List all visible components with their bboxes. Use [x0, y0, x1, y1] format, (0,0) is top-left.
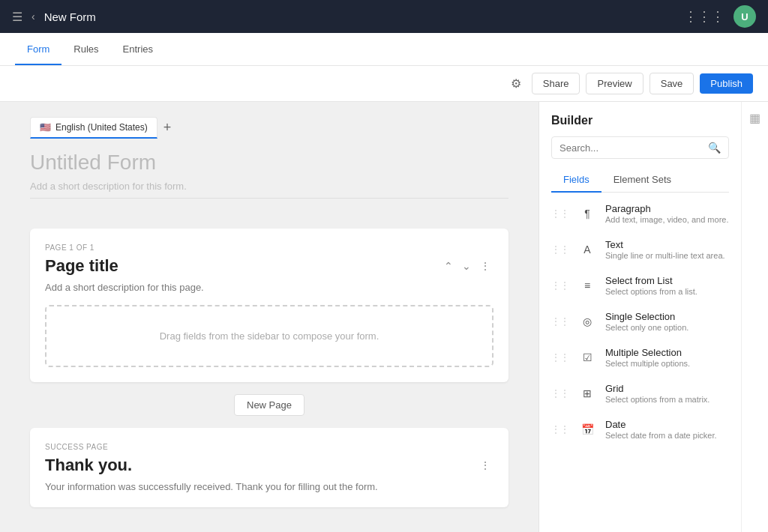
text-icon: A [577, 239, 598, 260]
page-controls: ⌃ ⌄ ⋮ [441, 259, 494, 273]
language-label: English (United States) [56, 122, 148, 133]
single-selection-icon: ◎ [577, 311, 598, 332]
form-divider [30, 198, 508, 199]
drop-zone[interactable]: Drag fields from the sidebar to compose … [45, 305, 494, 367]
right-panel: ▦ [741, 102, 768, 532]
builder-title: Builder [551, 114, 729, 127]
field-info-paragraph: Paragraph Add text, image, video, and mo… [605, 203, 729, 224]
page-more-button[interactable]: ⋮ [477, 259, 494, 273]
field-item-multiple-selection[interactable]: ⋮⋮ ☑ Multiple Selection Select multiple … [539, 339, 741, 375]
field-name-select-list: Select from List [605, 275, 729, 286]
avatar[interactable]: U [734, 5, 756, 28]
new-page-container: New Page [30, 394, 508, 416]
back-button[interactable]: ‹ [32, 10, 35, 22]
success-more-button[interactable]: ⋮ [477, 458, 494, 473]
main-layout: 🇺🇸 English (United States) + Untitled Fo… [0, 102, 768, 532]
paragraph-icon: ¶ [577, 203, 598, 224]
builder-tab-element-sets[interactable]: Element Sets [602, 168, 683, 193]
page-label: PAGE 1 OF 1 [45, 244, 494, 252]
page-down-button[interactable]: ⌄ [459, 259, 474, 273]
panel-icon[interactable]: ▦ [749, 111, 760, 125]
select-list-icon: ≡ [577, 275, 598, 296]
share-button[interactable]: Share [532, 73, 580, 94]
tab-bar: Form Rules Entries [0, 33, 768, 66]
form-canvas: 🇺🇸 English (United States) + Untitled Fo… [0, 102, 538, 532]
grid-field-icon: ⊞ [577, 383, 598, 404]
tab-rules[interactable]: Rules [62, 34, 110, 65]
page-header-row: Page title ⌃ ⌄ ⋮ [45, 256, 494, 276]
field-info-grid: Grid Select options from a matrix. [605, 383, 729, 404]
action-bar: ⚙ Share Preview Save Publish [0, 66, 768, 102]
drag-handle-paragraph[interactable]: ⋮⋮ [551, 208, 569, 219]
builder-sidebar: Builder 🔍 Fields Element Sets ⋮⋮ ¶ Parag… [538, 102, 741, 532]
field-name-text: Text [605, 239, 729, 250]
builder-tab-fields[interactable]: Fields [551, 168, 602, 193]
field-info-multiple-selection: Multiple Selection Select multiple optio… [605, 347, 729, 368]
builder-search-container: 🔍 [551, 136, 729, 159]
field-desc-text: Single line or multi-line text area. [605, 251, 729, 260]
multiple-selection-icon: ☑ [577, 347, 598, 368]
drag-handle-grid[interactable]: ⋮⋮ [551, 388, 569, 399]
tab-entries[interactable]: Entries [111, 34, 165, 65]
flag-icon: 🇺🇸 [40, 122, 51, 133]
field-info-text: Text Single line or multi-line text area… [605, 239, 729, 260]
top-bar: ☰ ‹ New Form ⋮⋮⋮ U [0, 0, 768, 33]
success-title: Thank you. [45, 456, 132, 475]
field-item-grid[interactable]: ⋮⋮ ⊞ Grid Select options from a matrix. [539, 375, 741, 411]
field-desc-date: Select date from a date picker. [605, 431, 729, 440]
save-button[interactable]: Save [650, 73, 694, 94]
form-header: Untitled Form Add a short description fo… [30, 151, 508, 229]
page-title: New Form [44, 10, 675, 23]
sidebar-toggle-icon[interactable]: ☰ [12, 10, 22, 24]
language-bar: 🇺🇸 English (United States) + [30, 117, 508, 139]
success-card: SUCCESS PAGE Thank you. ⋮ Your informati… [30, 428, 508, 507]
new-page-button[interactable]: New Page [234, 394, 304, 416]
field-info-date: Date Select date from a date picker. [605, 419, 729, 440]
grid-icon[interactable]: ⋮⋮⋮ [684, 8, 724, 25]
field-name-single-selection: Single Selection [605, 311, 729, 322]
field-item-text[interactable]: ⋮⋮ A Text Single line or multi-line text… [539, 232, 741, 267]
tab-form[interactable]: Form [15, 34, 62, 65]
field-item-paragraph[interactable]: ⋮⋮ ¶ Paragraph Add text, image, video, a… [539, 196, 741, 232]
publish-button[interactable]: Publish [700, 73, 753, 94]
field-item-single-selection[interactable]: ⋮⋮ ◎ Single Selection Select only one op… [539, 303, 741, 339]
drag-handle-select-list[interactable]: ⋮⋮ [551, 280, 569, 291]
field-info-single-selection: Single Selection Select only one option. [605, 311, 729, 332]
drag-handle-date[interactable]: ⋮⋮ [551, 424, 569, 435]
success-header-row: Thank you. ⋮ [45, 456, 494, 475]
field-desc-multiple-selection: Select multiple options. [605, 359, 729, 368]
builder-tabs: Fields Element Sets [551, 168, 729, 193]
search-input[interactable] [560, 142, 704, 154]
field-name-multiple-selection: Multiple Selection [605, 347, 729, 358]
date-icon: 📅 [577, 419, 598, 440]
page-card: PAGE 1 OF 1 Page title ⌃ ⌄ ⋮ Add a short… [30, 229, 508, 382]
language-tab[interactable]: 🇺🇸 English (United States) [30, 117, 158, 139]
preview-button[interactable]: Preview [586, 73, 643, 94]
success-label: SUCCESS PAGE [45, 443, 494, 451]
field-desc-grid: Select options from a matrix. [605, 395, 729, 404]
settings-button[interactable]: ⚙ [506, 72, 526, 95]
form-title: Untitled Form [30, 151, 508, 175]
page-up-button[interactable]: ⌃ [441, 259, 456, 273]
field-desc-paragraph: Add text, image, video, and more. [605, 215, 729, 224]
field-name-grid: Grid [605, 383, 729, 394]
success-description: Your information was successfully receiv… [45, 481, 494, 492]
page-description: Add a short description for this page. [45, 282, 494, 293]
form-description: Add a short description for this form. [30, 181, 508, 192]
field-item-date[interactable]: ⋮⋮ 📅 Date Select date from a date picker… [539, 411, 741, 447]
drag-handle-single-selection[interactable]: ⋮⋮ [551, 316, 569, 327]
page-title-text: Page title [45, 256, 118, 276]
field-name-date: Date [605, 419, 729, 430]
field-desc-select-list: Select options from a list. [605, 287, 729, 296]
drag-handle-text[interactable]: ⋮⋮ [551, 244, 569, 255]
drag-handle-multiple-selection[interactable]: ⋮⋮ [551, 352, 569, 363]
add-language-button[interactable]: + [164, 120, 172, 136]
field-name-paragraph: Paragraph [605, 203, 729, 214]
field-item-select-list[interactable]: ⋮⋮ ≡ Select from List Select options fro… [539, 267, 741, 303]
field-desc-single-selection: Select only one option. [605, 323, 729, 332]
search-icon: 🔍 [708, 142, 721, 154]
builder-header: Builder 🔍 Fields Element Sets [539, 102, 741, 193]
field-list: ⋮⋮ ¶ Paragraph Add text, image, video, a… [539, 193, 741, 532]
field-info-select-list: Select from List Select options from a l… [605, 275, 729, 296]
